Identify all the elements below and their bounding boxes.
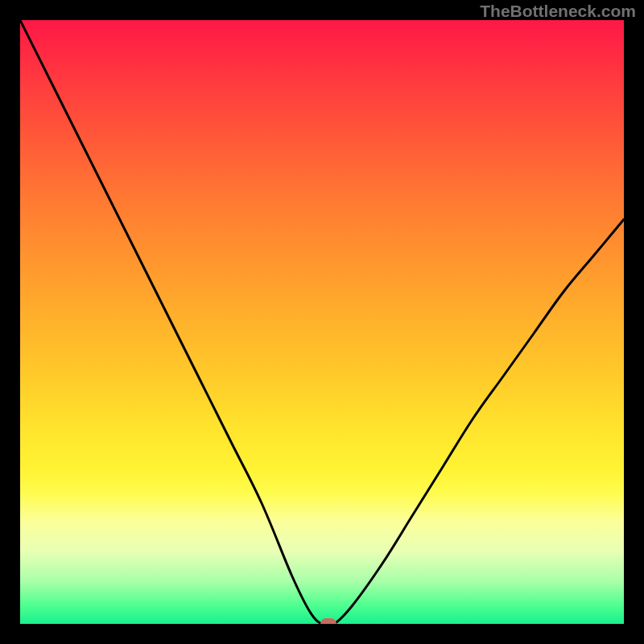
optimal-point-marker [320,618,336,624]
watermark-text: TheBottleneck.com [480,2,636,21]
bottleneck-curve [20,20,624,624]
curve-svg [20,20,624,624]
chart-frame: TheBottleneck.com [0,0,644,644]
plot-area [20,20,624,624]
